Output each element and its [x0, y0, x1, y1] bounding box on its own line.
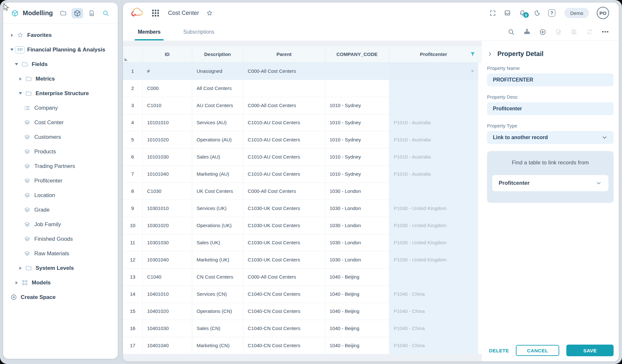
company-code-cell[interactable]: 1010 - Sydney — [325, 148, 389, 165]
tree-item-grade[interactable]: Grade — [3, 203, 118, 217]
profitcenter-cell[interactable]: P1030 - United Kingdom — [389, 217, 478, 234]
parent-cell[interactable]: C1010-AU Cost Centers — [243, 165, 325, 182]
company-code-cell[interactable]: 1030 - London — [325, 234, 389, 251]
property-name-input[interactable]: PROFITCENTER — [487, 73, 614, 86]
tree-item-raw-materials[interactable]: Raw Materials — [3, 246, 118, 261]
row-number-cell[interactable]: 8 — [123, 182, 142, 200]
id-cell[interactable]: 10401030 — [142, 320, 192, 337]
company-code-cell[interactable]: 1040 - Beijing — [325, 268, 389, 285]
toolbar-add-icon[interactable] — [539, 28, 546, 36]
row-number-cell[interactable]: 6 — [123, 148, 142, 165]
parent-cell[interactable]: C1040-CN Cost Centers — [243, 285, 325, 303]
id-cell[interactable]: C1030 — [142, 182, 192, 200]
tree-item-location[interactable]: Location — [3, 188, 118, 203]
panel-collapse-icon[interactable] — [487, 51, 493, 57]
profitcenter-cell[interactable]: P1040 - China — [389, 285, 478, 303]
id-cell[interactable]: 10401040 — [142, 337, 192, 354]
profitcenter-cell[interactable]: P1010 - Australia — [389, 148, 478, 165]
tree-item-cost-center[interactable]: Cost Center — [3, 115, 118, 130]
company-code-cell[interactable] — [325, 80, 389, 97]
favorite-star-icon[interactable] — [206, 10, 213, 17]
caret-right-icon[interactable] — [18, 77, 23, 81]
description-cell[interactable]: Operations (CN) — [192, 303, 243, 320]
column-header-company_code[interactable]: COMPANY_CODE — [325, 46, 389, 62]
row-number-cell[interactable]: 7 — [123, 165, 142, 182]
collapse-icon[interactable]: « — [114, 8, 118, 18]
folder-icon[interactable] — [57, 8, 69, 18]
tree-item-create-space[interactable]: Create Space — [3, 290, 118, 304]
profitcenter-cell[interactable]: P1040 - China — [389, 303, 478, 320]
parent-cell[interactable]: C1040-CN Cost Centers — [243, 337, 325, 354]
app-grid-icon[interactable] — [152, 10, 159, 17]
avatar[interactable]: PO — [597, 7, 609, 19]
filter-icon[interactable] — [470, 51, 475, 58]
description-cell[interactable]: Operations (AU) — [192, 131, 243, 148]
row-number-cell[interactable]: 11 — [123, 234, 142, 251]
description-cell[interactable]: Sales (AU) — [192, 148, 243, 165]
caret-right-icon[interactable] — [18, 267, 23, 270]
id-cell[interactable]: 10301030 — [142, 234, 192, 251]
row-number-cell[interactable]: 13 — [123, 268, 142, 285]
cancel-button[interactable]: CANCEL — [516, 345, 559, 356]
row-number-cell[interactable]: 17 — [123, 337, 142, 354]
profitcenter-cell[interactable]: P1030 - United Kingdom — [389, 200, 478, 217]
delete-button[interactable]: DELETE — [487, 348, 511, 353]
profitcenter-cell[interactable]: P1040 - China — [389, 320, 478, 337]
column-header-rownum[interactable] — [123, 46, 142, 62]
bell-icon[interactable]: 0 — [519, 9, 526, 17]
column-header-parent[interactable]: Parent — [243, 46, 325, 62]
search-icon[interactable] — [100, 8, 112, 18]
profitcenter-cell[interactable] — [389, 80, 478, 97]
company-code-cell[interactable]: 1010 - Sydney — [325, 165, 389, 182]
id-cell[interactable]: 10401010 — [142, 285, 192, 303]
property-type-select[interactable]: Link to another record — [487, 131, 614, 144]
profitcenter-cell[interactable] — [389, 268, 478, 285]
tree-item-company[interactable]: Company — [3, 101, 118, 115]
caret-down-icon[interactable] — [18, 92, 23, 94]
company-code-cell[interactable]: 1040 - Beijing — [325, 303, 389, 320]
id-cell[interactable]: 10101010 — [142, 114, 192, 131]
parent-cell[interactable] — [243, 80, 325, 97]
id-cell[interactable]: 10101020 — [142, 131, 192, 148]
link-table-select[interactable]: Profitcenter — [492, 175, 608, 191]
tree-item-enterprise-structure[interactable]: Enterprise Structure — [3, 86, 118, 101]
profitcenter-cell[interactable]: P1030 - United Kingdom — [389, 251, 478, 268]
tab-members[interactable]: Members — [136, 23, 162, 40]
description-cell[interactable]: Marketing (UK) — [192, 251, 243, 268]
profitcenter-cell[interactable] — [389, 182, 478, 200]
report-icon[interactable] — [86, 8, 97, 18]
company-code-cell[interactable]: 1040 - Beijing — [325, 320, 389, 337]
profitcenter-cell[interactable]: P1040 - China — [389, 337, 478, 354]
parent-cell[interactable]: C1040-CN Cost Centers — [243, 303, 325, 320]
parent-cell[interactable]: C000-All Cost Centers — [243, 62, 325, 80]
row-number-cell[interactable]: 15 — [123, 303, 142, 320]
description-cell[interactable]: Services (UK) — [192, 200, 243, 217]
row-number-cell[interactable]: 12 — [123, 251, 142, 268]
parent-cell[interactable]: C1030-UK Cost Centers — [243, 234, 325, 251]
inbox-icon[interactable] — [504, 9, 511, 17]
parent-cell[interactable]: C000-All Cost Centers — [243, 268, 325, 285]
company-code-cell[interactable]: 1030 - London — [325, 217, 389, 234]
row-number-cell[interactable]: 9 — [123, 200, 142, 217]
row-number-cell[interactable]: 16 — [123, 320, 142, 337]
column-header-description[interactable]: Description — [192, 46, 243, 62]
row-number-cell[interactable]: 5 — [123, 131, 142, 148]
id-cell[interactable]: 10101040 — [142, 165, 192, 182]
row-number-cell[interactable]: 10 — [123, 217, 142, 234]
description-cell[interactable]: Unassigned — [192, 62, 243, 80]
tree-item-profitcenter[interactable]: Profitcenter — [3, 173, 118, 188]
parent-cell[interactable]: C1040-CN Cost Centers — [243, 320, 325, 337]
column-header-id[interactable]: ID — [142, 46, 192, 62]
row-number-cell[interactable]: 3 — [123, 97, 142, 114]
description-cell[interactable]: Marketing (AU) — [192, 165, 243, 182]
parent-cell[interactable]: C1010-AU Cost Centers — [243, 114, 325, 131]
parent-cell[interactable]: C1030-UK Cost Centers — [243, 200, 325, 217]
cloud-logo-icon[interactable] — [130, 7, 144, 18]
description-cell[interactable]: Sales (UK) — [192, 234, 243, 251]
row-number-cell[interactable]: 2 — [123, 80, 142, 97]
caret-right-icon[interactable] — [14, 281, 19, 284]
description-cell[interactable]: Sales (CN) — [192, 320, 243, 337]
id-cell[interactable]: 10301020 — [142, 217, 192, 234]
column-header-profitcenter[interactable]: Profitcenter — [389, 46, 478, 62]
company-code-cell[interactable]: 1010 - Sydney — [325, 114, 389, 131]
